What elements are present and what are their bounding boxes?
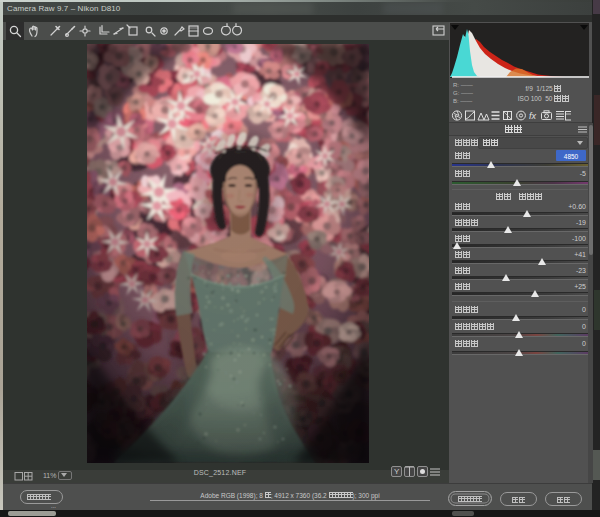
svg-text:fx: fx: [529, 111, 537, 121]
